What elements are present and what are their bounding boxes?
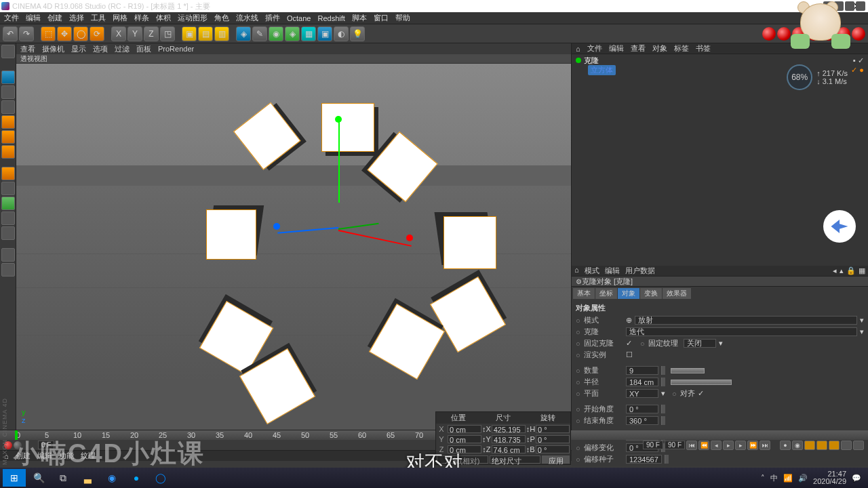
viewport-menu[interactable]: 查看 [20,44,35,54]
redo-button[interactable]: ↷ [19,26,34,41]
menu-item[interactable]: Redshift [317,14,344,22]
browser-icon[interactable]: ◯ [149,469,172,487]
network-speed-widget[interactable]: 68% ↑ 217 K/s↓ 3.1 M/s [787,64,848,90]
panel-tab[interactable]: 书签 [696,43,711,54]
play-button[interactable]: ▸ [723,441,734,450]
menu-item[interactable]: 窗口 [374,13,389,23]
radius-slider[interactable] [671,380,732,385]
rotate-tool[interactable]: ⟳ [90,26,104,41]
key-param-button[interactable] [841,441,852,450]
menu-item[interactable]: 运动图形 [178,13,208,23]
camera-button[interactable]: ▣ [317,26,332,41]
spline-pen-button[interactable]: ✎ [252,26,267,41]
viewport-menu[interactable]: 显示 [71,44,86,54]
edges-mode-button[interactable] [1,130,15,144]
autokey-toggle[interactable]: ◉ [792,441,803,450]
count-slider[interactable] [671,368,705,373]
viewport-menu[interactable]: 摄像机 [42,44,64,54]
panel-tab[interactable]: 查看 [631,43,646,54]
undo-button[interactable]: ↶ [3,26,18,41]
light-bulb-button[interactable]: 💡 [350,26,365,41]
select-tool[interactable]: ⬚ [41,26,56,41]
texture-mode-button[interactable] [1,85,15,99]
key-pla-button[interactable] [853,441,864,450]
radius-spinner[interactable] [661,378,665,386]
coord-system-button[interactable]: ◳ [160,26,175,41]
viewport-maximize-icon[interactable] [856,1,865,11]
menu-item[interactable]: 选择 [69,13,84,23]
light-button[interactable]: ◐ [334,26,349,41]
viewport-menu[interactable]: 面板 [136,44,151,54]
menu-item[interactable]: 插件 [265,13,280,23]
generator-button[interactable]: ◉ [269,26,283,41]
axis-z-button[interactable]: Z [144,26,159,41]
tool-button[interactable] [1,263,15,277]
menu-item[interactable]: 文件 [4,13,19,23]
rot-h-field[interactable]: 0 ° [536,425,570,433]
pos-y-field[interactable]: 0 cm [448,435,481,443]
workplane-mode-button[interactable] [1,211,15,225]
deformer-button[interactable]: ◈ [285,26,300,41]
size-x-field[interactable]: 425.195 cm [492,425,526,433]
model-mode-button[interactable] [1,70,15,84]
nav-up-icon[interactable]: ▴ [840,266,844,275]
perspective-viewport[interactable]: yz 网格间距：100 cm [16,64,571,430]
ime-icon[interactable]: 中 [770,473,778,483]
snap-button[interactable] [1,182,15,195]
next-key-button[interactable]: ⏩ [747,441,758,450]
align-checkbox[interactable]: ✓ [698,389,704,398]
tray-up-icon[interactable]: ˄ [761,474,765,483]
panel-tab[interactable]: 对象 [652,43,667,54]
render-button[interactable]: ▣ [182,26,197,41]
menu-item[interactable]: 脚本 [352,13,367,23]
notifications-icon[interactable]: 💬 [852,474,861,483]
apply-button[interactable]: 应用 [542,455,570,464]
rot-p-field[interactable]: 0 ° [536,435,570,443]
fixtex-dropdown[interactable]: 关闭 [684,339,716,348]
primitive-cube-button[interactable]: ◈ [236,26,251,41]
move-tool[interactable]: ✥ [57,26,72,41]
environment-button[interactable]: ▦ [301,26,316,41]
panel-tab[interactable]: 标签 [674,43,689,54]
size-mode-dropdown[interactable]: 绝对尺寸 [490,455,541,464]
panel-tab[interactable]: 编辑 [609,43,624,54]
render-settings-button[interactable]: ▥ [214,26,229,41]
menu-item[interactable]: 网格 [113,13,127,23]
clone-dropdown[interactable]: 迭代 [626,327,857,336]
start-button[interactable]: ⊞ [3,469,26,487]
menu-item[interactable]: 样条 [134,13,149,23]
mode-dropdown[interactable]: 放射 [635,316,857,325]
polys-mode-button[interactable] [1,145,15,159]
axis-y-button[interactable]: Y [127,26,142,41]
count-field[interactable]: 9 [626,366,658,375]
soft-select-button[interactable] [1,226,15,240]
points-mode-button[interactable] [1,115,15,129]
key-pos-button[interactable] [804,441,815,450]
goto-start-button[interactable]: ⏮ [686,441,697,450]
tab-transform[interactable]: 变换 [640,288,662,299]
wifi-icon[interactable]: 📶 [783,474,793,483]
radius-field[interactable]: 184 cm [626,378,658,386]
tab-object[interactable]: 对象 [618,288,639,299]
goto-end-button[interactable]: ⏭ [760,441,770,450]
menu-item[interactable]: 创建 [47,13,62,23]
menu-item[interactable]: Octane [287,14,311,22]
end-angle-field[interactable]: 360 ° [626,416,658,425]
lock-icon[interactable]: 🔒 [846,266,856,275]
count-spinner[interactable] [661,366,665,375]
browser-icon[interactable]: ● [125,469,148,487]
workplane-button[interactable] [1,100,15,114]
viewport-menu[interactable]: ProRender [158,45,194,53]
scale-tool[interactable]: ◯ [73,26,88,41]
viewport-menu[interactable]: 过滤 [115,44,130,54]
panel-menu-icon[interactable]: ▦ [859,266,865,275]
render-region-button[interactable]: ▤ [198,26,213,41]
record-key-button[interactable]: ● [780,441,791,450]
search-button[interactable]: 🔍 [27,469,50,487]
axis-mode-button[interactable] [1,167,15,180]
size-z-field[interactable]: 74.6 cm [492,445,526,453]
plane-dropdown[interactable]: XY [626,389,658,398]
nav-back-icon[interactable]: ◂ [833,266,837,275]
tab-coord[interactable]: 坐标 [595,288,617,299]
axis-x-button[interactable]: X [111,26,126,41]
